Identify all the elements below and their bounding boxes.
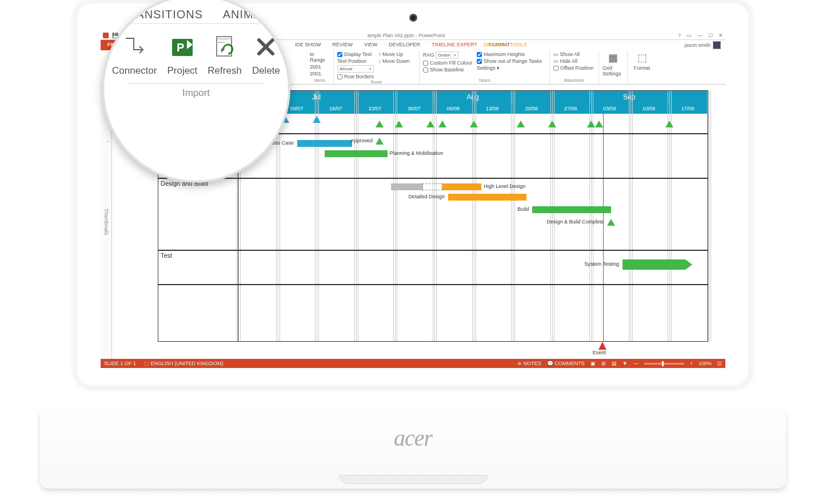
rag-dropdown[interactable]: Green <box>436 51 458 59</box>
grid-icon: ▦ <box>607 51 620 64</box>
maximize-icon[interactable]: ☐ <box>708 33 713 38</box>
hide-all-button[interactable]: ▭ Hide All <box>553 58 595 64</box>
row-borders-check[interactable]: Row Borders <box>337 74 374 79</box>
user-name: jason smith <box>684 42 711 48</box>
notes-button[interactable]: ≐ NOTES <box>517 361 541 366</box>
milestone-label: Design & Build Complete <box>546 219 604 225</box>
status-bar: SLIDE 1 OF 1 ⬚ ENGLISH (UNITED KINGDOM) … <box>101 359 725 368</box>
task-settings-button[interactable]: Settings ▾ <box>477 65 542 71</box>
week-header: 10/09 <box>629 103 668 114</box>
task-bar[interactable] <box>442 183 482 190</box>
event-label: Event <box>593 350 606 355</box>
task-bar[interactable] <box>532 206 610 213</box>
close-icon[interactable]: ✕ <box>719 33 723 38</box>
task-label: High Level Design <box>484 183 525 189</box>
tab-view[interactable]: VIEW <box>358 40 383 50</box>
milestone-label: Approved <box>350 138 373 143</box>
task-bar[interactable] <box>325 150 388 157</box>
event-marker[interactable] <box>598 342 606 350</box>
milestone-marker[interactable] <box>395 121 403 127</box>
text-position-dropdown[interactable]: Above <box>337 65 374 73</box>
task-bar[interactable] <box>623 259 685 270</box>
expand-thumbnails-icon[interactable]: › <box>105 141 111 142</box>
view-reading-icon[interactable]: ▤ <box>612 361 617 366</box>
tab-review[interactable]: REVIEW <box>327 40 359 50</box>
laptop-camera <box>409 14 417 22</box>
out-of-range-check[interactable]: Show out of Range Tasks <box>477 58 542 64</box>
project-button[interactable]: P Project <box>167 33 197 77</box>
month-header: Aug <box>395 91 552 103</box>
milestone-marker[interactable] <box>595 121 603 127</box>
milestone-marker[interactable] <box>376 121 384 127</box>
week-header: 27/08 <box>551 103 590 114</box>
context-drawing-tools: DRAWING TOOLS <box>478 40 533 49</box>
refresh-button[interactable]: Refresh <box>208 33 242 77</box>
slide-indicator[interactable]: SLIDE 1 OF 1 <box>104 361 136 366</box>
help-icon[interactable]: ? <box>678 33 681 38</box>
week-header: 03/09 <box>590 103 629 114</box>
week-header: 30/07 <box>395 103 434 114</box>
week-header: 20/08 <box>512 103 551 114</box>
magnifier-lens: TRANSITIONS ANIMATI Connector P Project … <box>102 0 290 183</box>
move-up-button[interactable]: ↑ Move Up <box>378 51 410 57</box>
move-down-button[interactable]: ↓ Move Down <box>378 58 410 64</box>
milestone-marker[interactable] <box>548 121 556 127</box>
week-header: 06/08 <box>434 103 473 114</box>
display-text-check[interactable]: Display Text <box>337 51 374 57</box>
max-heights-check[interactable]: Maximum Heights <box>477 51 542 57</box>
laptop-brand: acer <box>394 425 432 451</box>
week-header: 13/08 <box>473 103 512 114</box>
offset-position-check[interactable]: Offset Position <box>553 65 595 71</box>
milestone-marker[interactable] <box>517 121 525 127</box>
minimize-icon[interactable]: — <box>697 33 703 38</box>
task-bar[interactable] <box>391 183 422 190</box>
delete-button[interactable]: Delete <box>252 33 280 77</box>
tab-slideshow[interactable]: IDE SHOW <box>289 40 327 50</box>
zoom-in-button[interactable]: + <box>690 361 693 366</box>
show-baseline-check[interactable]: Show Baseline <box>423 67 472 73</box>
task-label: Detailed Design <box>408 194 445 199</box>
comments-button[interactable]: 💬 COMMENTS <box>547 361 585 366</box>
zoom-slider[interactable] <box>644 363 684 365</box>
ribbon-options-icon[interactable]: ▭ <box>687 33 692 38</box>
show-all-button[interactable]: ▭ Show All <box>553 51 595 57</box>
language-indicator[interactable]: ⬚ ENGLISH (UNITED KINGDOM) <box>144 361 224 366</box>
zoom-out-button[interactable]: — <box>633 361 639 366</box>
milestone-marker[interactable] <box>376 138 384 145</box>
zoom-level[interactable]: 100% <box>699 361 712 366</box>
milestone-marker[interactable] <box>665 121 673 127</box>
month-header: Sep <box>551 91 708 103</box>
format-icon: ⬚ <box>636 51 648 64</box>
today-line <box>603 114 604 341</box>
grid-settings-button[interactable]: ▦Grid Settings <box>602 51 624 77</box>
week-header: 23/07 <box>356 103 394 114</box>
ms-project-icon: P <box>169 33 196 61</box>
task-bar[interactable] <box>448 194 526 201</box>
tab-developer[interactable]: DEVELOPER <box>383 40 426 50</box>
view-slideshow-icon[interactable]: ▼ <box>623 361 628 366</box>
milestone-marker[interactable] <box>438 121 446 127</box>
milestone-marker[interactable] <box>470 121 478 127</box>
fit-to-window-icon[interactable]: ⊡ <box>717 361 722 366</box>
phase-label: Test <box>161 252 172 259</box>
task-bar[interactable] <box>297 140 352 147</box>
milestone-marker[interactable] <box>587 121 595 127</box>
text-position-label: Text Position <box>337 58 374 64</box>
task-label: Planning & Mobilisation <box>390 150 444 156</box>
format-button[interactable]: ⬚Format <box>631 51 653 71</box>
lens-group-label: Import <box>104 87 288 99</box>
view-sorter-icon[interactable]: ⊞ <box>601 361 606 366</box>
tab-timeline-expert[interactable]: TIMELINE EXPERT <box>426 40 483 50</box>
connector-button[interactable]: Connector <box>112 33 157 77</box>
user-account[interactable]: jason smith <box>680 40 725 50</box>
custom-fill-check[interactable]: Custom Fill Colour <box>423 60 472 66</box>
powerpoint-icon <box>103 33 109 38</box>
task-label: System Testing <box>584 261 619 267</box>
user-avatar-icon <box>713 41 721 49</box>
milestone-marker[interactable] <box>313 116 321 123</box>
connector-icon <box>121 33 148 61</box>
refresh-icon <box>211 33 238 61</box>
view-normal-icon[interactable]: ▣ <box>590 361 596 366</box>
milestone-marker[interactable] <box>607 219 615 226</box>
milestone-marker[interactable] <box>426 121 434 127</box>
